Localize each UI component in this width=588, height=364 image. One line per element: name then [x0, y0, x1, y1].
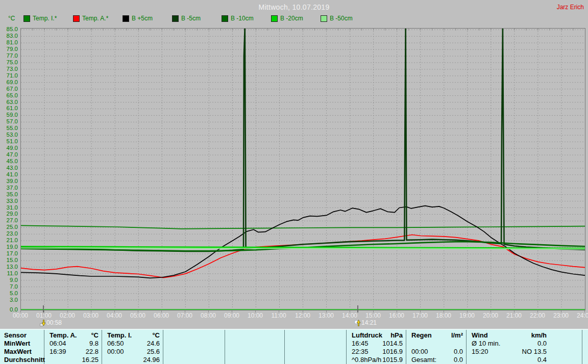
cell-value: 9.8 [89, 340, 99, 348]
x-axis-tick [232, 310, 232, 313]
y-axis-tick-label: 15.0 [0, 257, 18, 263]
y-axis-tick-label: 79.0 [0, 46, 18, 52]
cell-value: 24.96 [143, 356, 160, 364]
x-axis-tick [420, 310, 421, 313]
table-cell-row: 16:3922.8 [44, 348, 102, 356]
table-column-header: Regenl/m² [406, 331, 466, 340]
event-marker-tick [357, 305, 358, 313]
table-column-header [225, 331, 284, 340]
y-axis-tick-label: 43.0 [0, 165, 18, 171]
y-axis-tick-label: 31.0 [0, 204, 18, 211]
table-column-header [285, 331, 346, 340]
legend-item-b-minus50[interactable]: B -50cm [321, 15, 370, 22]
x-axis-tick [255, 310, 256, 313]
x-axis-tick-label: 10:00 [243, 312, 267, 319]
table-column-header: Temp. A.°C [44, 331, 102, 340]
x-axis-tick-label: 24:00 [573, 312, 588, 319]
cell-time: ^0.8hPa/h [352, 356, 381, 364]
legend-item-b-minus5[interactable]: B -5cm [172, 15, 222, 22]
legend-item-temp-i[interactable]: Temp. I.* [23, 15, 73, 22]
column-unit: hPa [390, 331, 403, 340]
x-axis-tick [161, 310, 162, 313]
x-axis-tick-label: 11:00 [267, 312, 290, 319]
table-cell-row [406, 340, 466, 348]
table-column-temp-a-: Temp. A.°C06:049.816:3922.816.25 [44, 330, 102, 364]
legend-item-temp-a[interactable]: Temp. A.* [73, 15, 122, 22]
x-axis-tick [537, 310, 538, 313]
x-axis-tick [44, 310, 44, 313]
y-axis-tick-label: 21.0 [0, 237, 18, 243]
cell-value: 0.0 [454, 348, 463, 356]
y-axis-tick-label: 63.0 [0, 99, 18, 105]
table-cell-row: 06:5024.6 [102, 340, 163, 348]
x-axis-tick-label: 02:00 [56, 312, 79, 319]
table-cell-row [225, 348, 284, 356]
table-cell-row [163, 348, 225, 356]
table-column-header: Temp. I.°C [102, 331, 163, 340]
y-axis-tick-label: 49.0 [0, 145, 18, 151]
legend-swatch-icon [222, 15, 228, 22]
y-axis-tick-label: 23.0 [0, 230, 18, 237]
table-cell-row: 0.4 [467, 356, 582, 364]
column-unit: °C [91, 331, 99, 340]
legend-item-b-minus10[interactable]: B -10cm [222, 15, 271, 22]
table-cell-row [225, 340, 284, 348]
y-axis-tick-label: 61.0 [0, 105, 18, 111]
y-axis-tick-label: 59.0 [0, 112, 18, 118]
event-marker-00:58: 00:58 [40, 319, 62, 326]
cell-time: 22:35 [352, 348, 369, 356]
y-axis-tick-label: 11.0 [0, 270, 18, 276]
legend-item-b-minus20[interactable]: B -20cm [271, 15, 321, 22]
x-axis-tick [326, 310, 327, 313]
legend-item-label: Temp. I.* [33, 15, 57, 22]
x-axis-tick [138, 310, 138, 313]
column-name: Temp. A. [50, 331, 77, 340]
cell-time: 06:50 [107, 340, 124, 348]
table-column-regen: Regenl/m²00:000.0Gesamt:0.0 [406, 330, 467, 364]
y-axis-tick-label: 75.0 [0, 59, 18, 65]
table-cell-row [225, 356, 284, 364]
x-axis-tick [444, 310, 444, 313]
x-axis-tick-label: 17:00 [408, 312, 432, 319]
y-axis-tick-label: 33.0 [0, 198, 18, 204]
x-axis-tick-label: 18:00 [432, 312, 455, 319]
cell-value: 1016.9 [382, 348, 403, 356]
table-cell-row: 22:351016.9 [347, 348, 406, 356]
x-axis-tick-label: 05:00 [126, 312, 150, 319]
table-cell-row [163, 356, 225, 364]
x-axis-tick-label: 13:00 [314, 312, 338, 319]
y-axis-tick-label: 29.0 [0, 211, 18, 217]
chart-canvas [21, 29, 585, 310]
legend-swatch-icon [73, 15, 80, 22]
x-axis-tick [397, 310, 397, 313]
legend-swatch-icon [122, 15, 129, 22]
y-axis-tick-label: 71.0 [0, 72, 18, 79]
table-column-empty-4 [285, 330, 347, 364]
x-axis-tick-label: 22:00 [526, 312, 549, 319]
cell-value: 0.0 [520, 340, 547, 348]
author-label: Jarz Erich [557, 4, 584, 11]
y-axis-tick-label: 67.0 [0, 86, 18, 92]
column-unit: l/m² [451, 331, 463, 340]
table-column-luftdruck: LuftdruckhPa16:451014.522:351016.9^0.8hP… [347, 330, 406, 364]
y-axis-tick-label: 47.0 [0, 151, 18, 158]
table-cell-row: ^0.8hPa/h1015.9 [347, 356, 406, 364]
x-axis-tick-label: 14:00 [338, 312, 361, 319]
y-axis-tick-label: 27.0 [0, 217, 18, 223]
legend-item-b-plus5[interactable]: B +5cm [122, 15, 172, 22]
x-axis-tick [279, 310, 279, 313]
table-cell-row: 00:0025.6 [102, 348, 163, 356]
column-unit: °C [152, 331, 160, 340]
table-stub-column [582, 330, 588, 364]
chart-plot-area[interactable] [20, 28, 585, 310]
cell-value: 24.6 [147, 340, 160, 348]
cell-value: 0.4 [520, 356, 547, 364]
table-cell-row: 16:451014.5 [347, 340, 406, 348]
x-axis-tick [185, 310, 185, 313]
table-row-label: Durchschnitt [0, 356, 44, 364]
x-axis-tick [491, 310, 491, 313]
x-axis-tick-label: 03:00 [79, 312, 103, 319]
cell-value: 0.0 [454, 356, 463, 364]
table-cell-row: 15:20NO 13.5 [467, 348, 582, 356]
y-axis-tick-label: 7.0 [0, 283, 18, 290]
